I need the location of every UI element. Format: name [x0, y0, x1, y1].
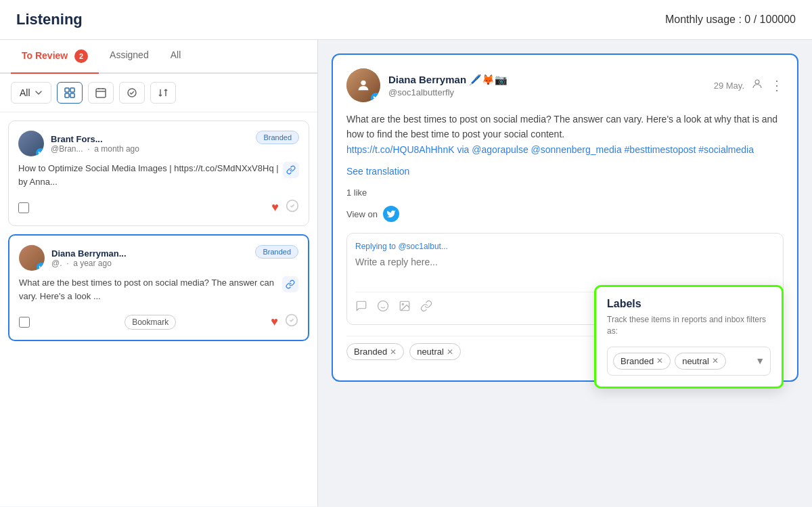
svg-point-8 — [361, 81, 365, 85]
user-icon — [751, 78, 763, 90]
remove-popup-neutral[interactable]: ✕ — [712, 356, 719, 366]
item-header: Brant Fors... @Bran... · a month ago Bra… — [18, 131, 299, 156]
app-title: Listening — [16, 11, 83, 28]
labels-popup-desc: Track these items in reports and inbox f… — [607, 314, 771, 337]
svg-rect-2 — [65, 93, 69, 97]
filter-bar: All — [0, 74, 317, 112]
filter-calendar-btn[interactable] — [88, 82, 114, 104]
bookmark-button[interactable]: Bookmark — [125, 315, 176, 330]
person-icon[interactable] — [751, 78, 763, 93]
item-user: Diana Berryman... @. · a year ago — [19, 245, 127, 271]
list-item[interactable]: Diana Berryman... @. · a year ago Brande… — [8, 234, 309, 341]
item-right-actions: ♥ — [271, 199, 299, 216]
emoji-icon[interactable] — [377, 300, 389, 315]
remove-branded-label[interactable]: ✕ — [390, 347, 397, 357]
comment-icon[interactable] — [355, 300, 367, 315]
monthly-usage: Monthly usage : 0 / 100000 — [665, 14, 796, 26]
tab-all[interactable]: All — [160, 40, 192, 72]
twitter-badge — [36, 148, 44, 156]
right-panel: Diana Berryman 🖊️🦊📷 @soc1albutterfly 29 … — [318, 40, 812, 506]
filter-select-all[interactable]: All — [11, 82, 51, 104]
post-avatar — [346, 68, 380, 102]
bottom-label-branded: Branded ✕ — [346, 343, 404, 360]
sort-icon — [158, 87, 168, 98]
user-info: Diana Berryman... @. · a year ago — [51, 248, 127, 268]
post-user-info: Diana Berryman 🖊️🦊📷 @soc1albutterfly — [388, 74, 706, 97]
app-header: Listening Monthly usage : 0 / 100000 — [0, 0, 812, 40]
bottom-label-neutral: neutral ✕ — [409, 343, 461, 360]
item-actions: Bookmark ♥ — [19, 313, 298, 330]
svg-point-9 — [755, 80, 759, 84]
twitter-icon — [39, 265, 45, 271]
reply-input[interactable] — [355, 257, 775, 284]
more-options-icon[interactable]: ⋮ — [770, 77, 784, 93]
tab-assigned[interactable]: Assigned — [99, 40, 160, 72]
svg-point-10 — [378, 301, 388, 311]
label-badge: Branded — [255, 245, 298, 259]
svg-rect-1 — [70, 88, 74, 92]
item-text: What are the best times to post on socia… — [19, 276, 282, 303]
post-tags: via @agorapulse @sonnenberg_media #bestt… — [457, 144, 754, 155]
svg-point-14 — [402, 303, 403, 305]
labels-dropdown-arrow[interactable]: ▼ — [755, 355, 765, 366]
check-icon[interactable] — [285, 313, 298, 330]
twitter-badge — [37, 263, 45, 271]
post-header-actions: 29 May. ⋮ — [714, 77, 784, 93]
main-layout: To Review 2 Assigned All All — [0, 40, 812, 506]
person-silhouette-icon — [356, 78, 371, 93]
item-right-actions: ♥ — [271, 313, 298, 330]
link-toolbar-icon[interactable] — [420, 300, 432, 315]
item-text: How to Optimize Social Media Images | ht… — [18, 162, 283, 188]
labels-popup: Labels Track these items in reports and … — [594, 285, 784, 389]
avatar — [19, 245, 45, 271]
heart-icon[interactable]: ♥ — [271, 315, 278, 329]
view-on-twitter-btn[interactable] — [383, 206, 399, 222]
item-user: Brant Fors... @Bran... · a month ago — [18, 131, 139, 156]
reply-handle: @soc1albut... — [398, 242, 448, 251]
tab-badge: 2 — [74, 49, 88, 63]
link-icon — [282, 276, 298, 292]
item-checkbox[interactable] — [19, 317, 30, 328]
chevron-down-icon — [35, 89, 43, 97]
image-icon[interactable] — [399, 300, 411, 315]
twitter-icon — [38, 150, 44, 156]
left-panel: To Review 2 Assigned All All — [0, 40, 318, 506]
popup-label-neutral: neutral ✕ — [675, 353, 726, 370]
user-info: Brant Fors... @Bran... · a month ago — [51, 134, 139, 154]
heart-icon[interactable]: ♥ — [271, 200, 279, 215]
item-checkbox[interactable] — [18, 202, 29, 213]
twitter-post-icon — [373, 95, 380, 102]
post-card: Diana Berryman 🖊️🦊📷 @soc1albutterfly 29 … — [332, 53, 798, 382]
view-on: View on — [346, 206, 784, 222]
items-list: Brant Fors... @Bran... · a month ago Bra… — [0, 112, 317, 506]
check-circle-icon — [127, 87, 137, 98]
reply-to: Replying to @soc1albut... — [355, 242, 775, 251]
post-body: What are the best times to post on socia… — [346, 112, 784, 157]
svg-rect-0 — [65, 88, 69, 92]
grid-icon — [64, 87, 75, 98]
filter-check-btn[interactable] — [119, 82, 145, 104]
post-link[interactable]: https://t.co/HQU8AhHhnK — [346, 144, 455, 155]
labels-popup-title: Labels — [607, 298, 771, 310]
tab-to-review[interactable]: To Review 2 — [11, 40, 99, 72]
twitter-view-icon — [386, 209, 396, 219]
popup-label-branded: Branded ✕ — [613, 353, 671, 370]
filter-grid-btn[interactable] — [57, 82, 83, 104]
check-icon[interactable] — [286, 199, 299, 216]
svg-rect-3 — [70, 93, 74, 97]
item-actions: ♥ — [18, 199, 299, 216]
list-item[interactable]: Brant Fors... @Bran... · a month ago Bra… — [8, 120, 309, 226]
see-translation-link[interactable]: See translation — [346, 166, 409, 177]
calendar-icon — [95, 87, 106, 98]
labels-input-area[interactable]: Branded ✕ neutral ✕ ▼ — [607, 347, 771, 376]
post-header: Diana Berryman 🖊️🦊📷 @soc1albutterfly 29 … — [346, 68, 784, 102]
tabs-bar: To Review 2 Assigned All — [0, 40, 317, 74]
remove-popup-branded[interactable]: ✕ — [656, 356, 663, 366]
filter-sort-btn[interactable] — [150, 82, 176, 104]
avatar — [18, 131, 44, 156]
label-badge: Branded — [256, 131, 299, 144]
link-icon — [283, 162, 299, 178]
item-header: Diana Berryman... @. · a year ago Brande… — [19, 245, 298, 271]
remove-neutral-label[interactable]: ✕ — [447, 347, 453, 357]
post-stats: 1 like — [346, 188, 784, 198]
